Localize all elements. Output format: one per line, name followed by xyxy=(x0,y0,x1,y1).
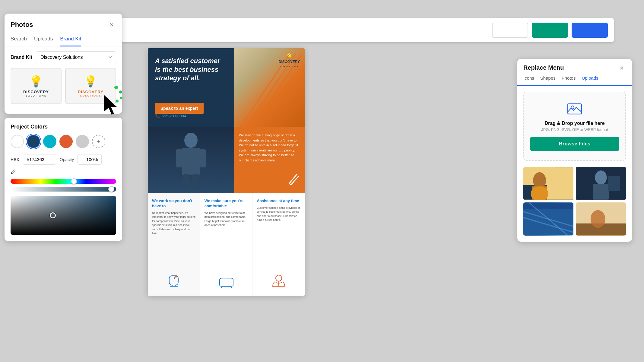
svg-line-6 xyxy=(246,54,296,127)
svg-point-40 xyxy=(591,210,605,228)
bottom-icon-1 xyxy=(152,273,196,290)
swatch-dark-blue[interactable] xyxy=(27,135,40,148)
logo-dark-line2: SOLUTIONS xyxy=(23,94,49,97)
toolbar-button-3[interactable] xyxy=(572,23,608,38)
add-color-button[interactable]: + xyxy=(92,135,105,148)
eyedropper-row: 🖊 xyxy=(11,169,116,175)
svg-line-7 xyxy=(252,54,302,127)
bottom-text-3: Customer service is the provision of ser… xyxy=(257,206,300,222)
replace-tab-shapes[interactable]: Shapes xyxy=(540,75,556,86)
logo-card-dark[interactable]: 💡 DISCOVERY SOLUTIONS xyxy=(11,68,62,104)
logo-orange-inner: 💡 DISCOVERY SOLUTIONS xyxy=(78,75,103,97)
color-swatches: + xyxy=(11,135,116,148)
replace-menu-title: Replace Menu xyxy=(523,64,598,75)
logo-orange-line1: DISCOVERY xyxy=(78,90,103,94)
upload-thumb-3[interactable] xyxy=(523,202,573,236)
svg-rect-13 xyxy=(192,174,198,189)
tab-uploads[interactable]: Uploads xyxy=(34,36,53,46)
design-top-section: A satisfied customer is the best busines… xyxy=(148,48,305,127)
person-image xyxy=(148,127,234,193)
upload-title: Drag & Drop your file here xyxy=(530,121,619,126)
svg-rect-11 xyxy=(199,149,206,167)
design-middle-left xyxy=(148,127,234,193)
swatch-white[interactable] xyxy=(11,135,24,148)
color-picker-panel: Project Colors + HEX Opacity 🖊 xyxy=(5,118,122,241)
design-bottom-col-3: Assistance at any time Customer service … xyxy=(252,193,305,296)
photos-panel-close[interactable]: × xyxy=(107,20,116,30)
design-middle-right: We stay on the cutting edge of tax law d… xyxy=(234,127,305,193)
brand-kit-row: Brand Kit Discovery Solutions xyxy=(5,46,122,68)
design-bottom-col-2: We make sure you're comfortable We have … xyxy=(200,193,253,296)
bottom-heading-1: We work so you don't have to xyxy=(152,198,196,209)
bottom-text-1: No matter what happened, it's important … xyxy=(152,211,196,236)
alpha-bar[interactable] xyxy=(11,187,116,192)
svg-point-8 xyxy=(184,133,198,148)
design-cta-button[interactable]: Speak to an expert xyxy=(155,103,204,114)
opacity-label: Opacity xyxy=(60,157,74,162)
browse-files-button[interactable]: Browse Files xyxy=(530,137,619,151)
thumb-building-image xyxy=(523,202,573,236)
svg-rect-34 xyxy=(523,209,573,235)
upload-icon xyxy=(530,101,619,118)
hex-row: HEX Opacity xyxy=(11,154,116,165)
upload-subtitle: JPG, PNG, SVG, GIF or WEBP format xyxy=(530,127,619,132)
staircase-image: 💡 DISCOVERYSOLUTIONS xyxy=(234,48,305,127)
replace-menu-close[interactable]: × xyxy=(617,64,626,73)
photos-panel-tabs: Search Uploads Brand Kit xyxy=(5,32,122,46)
design-headline: A satisfied customer is the best busines… xyxy=(155,57,227,83)
replace-menu-tabs: Icons Shapes Photos Uploads xyxy=(523,75,598,85)
upload-thumb-2[interactable] xyxy=(576,167,626,200)
upload-thumb-4[interactable] xyxy=(576,202,626,236)
upload-thumb-1[interactable] xyxy=(523,167,573,200)
alpha-thumb[interactable] xyxy=(108,186,114,192)
design-canvas: A satisfied customer is the best busines… xyxy=(148,48,305,296)
logo-card-orange[interactable]: 💡 DISCOVERY SOLUTIONS xyxy=(65,68,116,104)
design-top-left: A satisfied customer is the best busines… xyxy=(148,48,234,127)
bottom-heading-2: We make sure you're comfortable xyxy=(205,198,248,209)
design-cta-area: Speak to an expert 📞 555-283-0084 xyxy=(155,103,227,118)
toolbar-button-1[interactable] xyxy=(492,23,528,38)
tab-brand-kit[interactable]: Brand Kit xyxy=(60,36,81,46)
opacity-input[interactable] xyxy=(78,154,102,165)
brand-kit-select[interactable]: Discovery Solutions xyxy=(36,51,116,63)
phone-number: 555-283-0084 xyxy=(162,114,186,118)
design-top-right: 💡 DISCOVERYSOLUTIONS xyxy=(234,48,305,127)
swatch-cyan[interactable] xyxy=(43,135,56,148)
hex-label: HEX xyxy=(11,157,19,162)
swatch-gray[interactable] xyxy=(76,135,89,148)
design-orange-text: We stay on the cutting edge of tax law d… xyxy=(239,133,300,163)
brand-kit-label: Brand Kit xyxy=(11,55,32,60)
bottom-icon-3 xyxy=(257,273,300,290)
thumb-4-image xyxy=(576,202,626,236)
bottom-heading-3: Assistance at any time xyxy=(257,198,300,204)
logo-dark-icon: 💡 xyxy=(23,75,49,88)
color-gradient-picker[interactable] xyxy=(11,196,116,235)
replace-tab-uploads[interactable]: Uploads xyxy=(582,75,598,86)
logo-orange-icon: 💡 xyxy=(78,75,103,88)
svg-point-30 xyxy=(595,170,607,185)
design-phone: 📞 555-283-0084 xyxy=(155,114,227,118)
replace-tab-photos[interactable]: Photos xyxy=(562,75,576,86)
toolbar-button-2[interactable] xyxy=(532,23,568,38)
logo-dark-inner: 💡 DISCOVERY SOLUTIONS xyxy=(23,75,49,97)
design-middle-section: We stay on the cutting edge of tax law d… xyxy=(148,127,305,193)
svg-rect-10 xyxy=(176,149,182,167)
color-cursor xyxy=(50,212,56,218)
svg-rect-9 xyxy=(182,148,200,175)
svg-rect-31 xyxy=(593,184,609,200)
eyedropper-button[interactable]: 🖊 xyxy=(11,169,16,175)
svg-rect-32 xyxy=(608,176,620,191)
svg-rect-12 xyxy=(183,174,189,189)
upload-drop-zone[interactable]: Drag & Drop your file here JPG, PNG, SVG… xyxy=(523,92,626,161)
bottom-text-2: We have designed our office to be both p… xyxy=(205,211,248,227)
swatch-orange-red[interactable] xyxy=(59,135,73,148)
replace-tab-icons[interactable]: Icons xyxy=(523,75,534,86)
svg-line-15 xyxy=(291,176,298,184)
hue-gradient-bar[interactable] xyxy=(11,179,116,184)
tab-search[interactable]: Search xyxy=(11,36,27,46)
svg-point-20 xyxy=(276,275,282,281)
logo-dark-line1: DISCOVERY xyxy=(23,90,49,94)
thumb-woman-image xyxy=(523,167,573,200)
hex-input[interactable] xyxy=(23,154,56,165)
hue-gradient-thumb[interactable] xyxy=(71,178,77,184)
